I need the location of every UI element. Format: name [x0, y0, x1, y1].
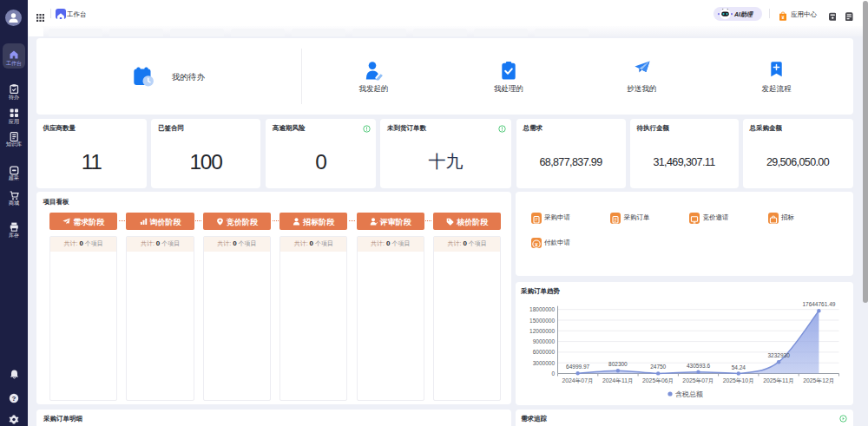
- svg-text:18000000: 18000000: [529, 306, 555, 312]
- svg-text:12000000: 12000000: [529, 327, 555, 333]
- svg-text:802300: 802300: [608, 361, 628, 367]
- svg-text:0: 0: [551, 370, 555, 377]
- svg-text:6000000: 6000000: [532, 349, 555, 355]
- svg-text:¥: ¥: [781, 15, 784, 20]
- svg-text:含税总额: 含税总额: [675, 390, 703, 397]
- svg-text:2025年06月: 2025年06月: [642, 377, 674, 384]
- svg-text:2025年11月: 2025年11月: [763, 377, 794, 384]
- svg-text:2025年12月: 2025年12月: [803, 377, 834, 384]
- svg-text:?: ?: [12, 395, 16, 403]
- svg-text:64999.97: 64999.97: [566, 364, 589, 370]
- svg-text:2025年10月: 2025年10月: [722, 377, 753, 384]
- svg-text:15000000: 15000000: [529, 317, 555, 323]
- svg-text:¥: ¥: [535, 242, 538, 247]
- svg-text:9000000: 9000000: [532, 338, 555, 344]
- svg-text:2024年07月: 2024年07月: [562, 377, 593, 384]
- svg-text:3232930: 3232930: [767, 352, 790, 358]
- svg-text:2025年07月: 2025年07月: [682, 377, 713, 384]
- svg-text:17644761.49: 17644761.49: [802, 301, 835, 307]
- svg-text:3000000: 3000000: [532, 359, 555, 365]
- svg-text:54.24: 54.24: [731, 364, 746, 370]
- svg-text:2024年11月: 2024年11月: [602, 377, 634, 384]
- svg-text:430593.6: 430593.6: [686, 362, 709, 368]
- svg-text:24750: 24750: [650, 364, 666, 370]
